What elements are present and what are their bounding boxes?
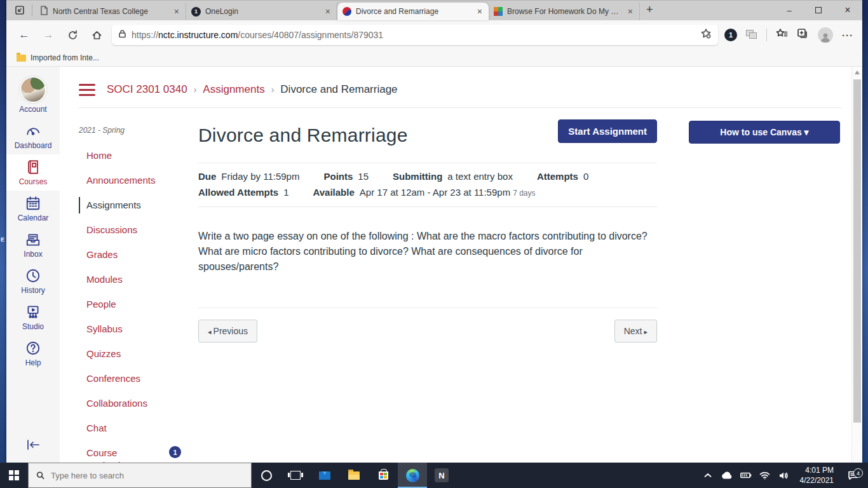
refresh-button[interactable] [64, 26, 81, 44]
sidebar-item-courses[interactable]: Courses [6, 154, 60, 191]
tab-actions-menu-icon[interactable] [11, 3, 28, 18]
sidebar-item-history[interactable]: History [6, 263, 60, 299]
tab-nctc[interactable]: North Central Texas College × [35, 3, 186, 20]
course-nav-assignments[interactable]: Assignments [79, 197, 198, 214]
points-detail: Points15 [323, 171, 369, 182]
tab-title: Browse For Homework Do My H... [507, 7, 622, 16]
file-explorer-button[interactable] [339, 463, 369, 488]
course-nav-grades[interactable]: Grades [79, 247, 198, 263]
tab-close-icon[interactable]: × [476, 6, 484, 17]
tab-browse-homework[interactable]: Browse For Homework Do My H... × [489, 3, 640, 20]
bookmarks-bar: Imported from Inte... [6, 50, 862, 67]
start-assignment-button[interactable]: Start Assignment [558, 119, 657, 143]
close-button[interactable]: × [833, 1, 862, 20]
taskbar-search[interactable] [28, 463, 252, 488]
mail-app-button[interactable] [310, 463, 339, 488]
scrollbar-up-arrow[interactable] [855, 71, 860, 74]
course-nav: 2021 - Spring Home Announcements Assignm… [79, 108, 198, 463]
course-nav-conferences[interactable]: Conferences [79, 370, 198, 387]
new-tab-button[interactable]: + [646, 3, 653, 17]
search-icon [36, 471, 44, 480]
tab-close-icon[interactable]: × [627, 6, 634, 17]
course-nav-people[interactable]: People [79, 296, 198, 313]
assignment-content: Divorce and Remarriage Start Assignment … [198, 108, 657, 463]
sidebar-item-account[interactable]: Account [6, 72, 60, 118]
volume-icon[interactable] [776, 471, 792, 480]
favorites-icon[interactable] [776, 28, 788, 42]
sidebar-item-help[interactable]: Help [6, 336, 60, 372]
settings-menu-icon[interactable]: ··· [842, 30, 853, 41]
breadcrumb-course-link[interactable]: SOCI 2301 0340 [107, 83, 187, 96]
action-center-button[interactable]: 4 [841, 470, 864, 480]
clock[interactable]: 4:01 PM 4/22/2021 [795, 465, 839, 485]
back-button[interactable]: ← [15, 26, 33, 44]
assignment-details: DueFriday by 11:59pm Points15 Submitting… [198, 163, 657, 207]
history-clock-icon [25, 268, 41, 284]
scrollbar-thumb[interactable] [853, 79, 861, 423]
sidebar-item-label: Calendar [18, 214, 49, 222]
notion-app-button[interactable]: N [427, 463, 456, 488]
course-nav-collaborations[interactable]: Collaborations [79, 395, 198, 412]
previous-arrow-icon: ◂ [208, 328, 214, 336]
microsoft-store-button[interactable] [369, 463, 398, 488]
add-favorite-icon[interactable] [700, 28, 712, 42]
sidebar-item-calendar[interactable]: Calendar [6, 191, 60, 227]
calendar-icon [25, 195, 41, 212]
cortana-icon [261, 470, 272, 481]
start-button[interactable] [0, 463, 28, 488]
hamburger-menu-icon[interactable] [79, 89, 95, 91]
next-button[interactable]: Next ▸ [614, 320, 657, 342]
sidebar-item-inbox[interactable]: Inbox [6, 227, 60, 263]
page-scrollbar[interactable] [851, 67, 862, 463]
tray-expand-chevron-icon[interactable] [700, 473, 716, 478]
unread-count-badge: 1 [169, 446, 181, 458]
desktop-background: E North Central Texas College × 1 OneLog… [0, 0, 868, 488]
canvas-global-nav: Account Dashboard Courses Calendar Inbox [6, 67, 60, 463]
desktop-icon-label-fragment: E [1, 236, 4, 243]
course-nav-announcements[interactable]: Announcements [79, 172, 198, 189]
search-input[interactable] [51, 471, 243, 480]
sidebar-item-dashboard[interactable]: Dashboard [6, 118, 60, 154]
wifi-icon[interactable] [757, 471, 773, 480]
tab-divorce-and-remarriage[interactable]: Divorce and Remarriage × [337, 3, 489, 20]
cortana-button[interactable] [252, 463, 281, 488]
course-nav-home[interactable]: Home [79, 147, 198, 164]
minimize-button[interactable]: – [775, 1, 804, 20]
forward-button[interactable]: → [39, 26, 57, 44]
canvas-favicon-icon [342, 7, 351, 16]
screenshot-extension-icon[interactable] [746, 30, 757, 40]
onedrive-cloud-icon[interactable] [719, 471, 735, 479]
breadcrumb-assignments-link[interactable]: Assignments [203, 83, 264, 96]
course-nav-modules[interactable]: Modules [79, 271, 198, 288]
collections-icon[interactable] [797, 28, 809, 42]
tab-title: OneLogin [205, 7, 320, 16]
tab-close-icon[interactable]: × [173, 6, 180, 17]
how-to-use-canvas-button[interactable]: How to use Canvas ▾ [689, 121, 840, 144]
canvas-page: Account Dashboard Courses Calendar Inbox [6, 67, 862, 463]
address-bar[interactable]: https://nctc.instructure.com/courses/408… [112, 25, 718, 45]
tab-onelogin[interactable]: 1 OneLogin × [186, 3, 337, 20]
tab-close-icon[interactable]: × [324, 6, 332, 17]
maximize-button[interactable] [804, 1, 833, 20]
onelogin-extension-icon[interactable]: 1 [724, 29, 737, 41]
help-icon [25, 340, 41, 356]
right-column: How to use Canvas ▾ [657, 108, 851, 463]
bookmark-folder-label[interactable]: Imported from Inte... [31, 53, 99, 62]
collapse-sidebar-icon[interactable] [6, 430, 60, 463]
tab-separator [32, 4, 32, 16]
battery-icon[interactable] [738, 472, 754, 478]
course-nav-syllabus[interactable]: Syllabus [79, 321, 198, 337]
course-nav-chat[interactable]: Chat [79, 420, 198, 437]
home-button[interactable] [88, 26, 105, 44]
course-nav-quizzes[interactable]: Quizzes [79, 346, 198, 362]
profile-avatar[interactable] [818, 27, 833, 43]
course-nav-discussions[interactable]: Discussions [79, 222, 198, 238]
edge-app-button[interactable] [398, 463, 427, 488]
previous-button[interactable]: ◂ Previous [198, 320, 257, 342]
sidebar-item-studio[interactable]: Studio [6, 299, 60, 336]
courses-book-icon [25, 159, 41, 175]
task-view-button[interactable] [281, 463, 310, 488]
breadcrumb-separator: › [271, 85, 275, 95]
sidebar-item-label: Help [25, 358, 41, 367]
course-nav-course-evaluations[interactable]: Course Evaluations 1 [79, 445, 198, 463]
